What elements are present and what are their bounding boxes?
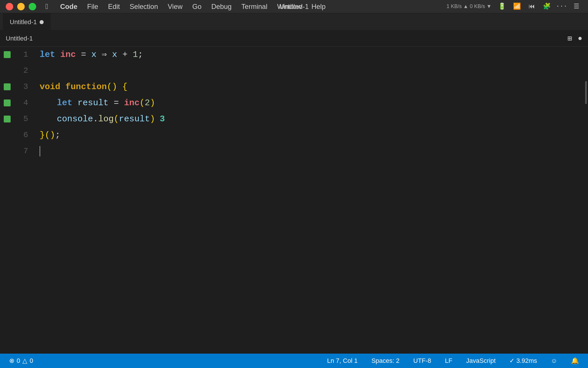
menu-view[interactable]: View	[163, 1, 187, 12]
status-right: Ln 7, Col 1 Spaces: 2 UTF-8 LF JavaScrip…	[325, 356, 581, 366]
menu-edit[interactable]: Edit	[103, 1, 124, 12]
more-icon[interactable]: ···	[557, 2, 566, 11]
result-arg: result	[119, 111, 150, 127]
warning-count: 0	[30, 357, 33, 365]
line-num-1: 1	[14, 47, 33, 63]
console-obj: console	[57, 111, 93, 127]
code-line-2	[40, 63, 582, 79]
list-icon[interactable]: ☰	[572, 2, 581, 11]
scrollbar-thumb[interactable]	[585, 81, 587, 104]
editor-dot-icon: ●	[578, 34, 582, 43]
battery-icon: 🔋	[497, 2, 506, 11]
cursor-position[interactable]: Ln 7, Col 1	[325, 356, 360, 366]
menu-selection[interactable]: Selection	[125, 1, 163, 12]
line-ending[interactable]: LF	[443, 356, 455, 366]
line-num-4: 4	[14, 95, 33, 111]
code-line-4: let result = inc ( 2 )	[40, 95, 582, 111]
titlebar-right: 1 KB/s ▲ 0 KB/s ▼ 🔋 📶 ⏮ 🧩 ··· ☰	[446, 2, 588, 11]
inline-debug-value: 3	[160, 111, 165, 127]
menu-help[interactable]: Help	[307, 1, 330, 12]
notification-icon[interactable]: 🔔	[569, 356, 581, 366]
code-content: let inc = x ⇒ x + 1 ; void function	[37, 47, 582, 354]
wifi-icon: 📶	[512, 2, 521, 11]
maximize-button[interactable]	[29, 3, 36, 10]
menu-code[interactable]: Code	[56, 1, 82, 12]
status-bar: ⊗ 0 △ 0 Ln 7, Col 1 Spaces: 2 UTF-8 LF J…	[0, 354, 588, 368]
minimize-button[interactable]	[17, 3, 25, 10]
keyword-void: void	[40, 79, 60, 95]
gutter-line-2	[0, 63, 14, 79]
debug-gutter	[0, 47, 14, 354]
breakpoint-1[interactable]	[4, 51, 11, 58]
cursor	[40, 146, 40, 156]
close-button[interactable]	[6, 3, 13, 10]
code-line-6: } () ;	[40, 127, 582, 143]
gutter-line-7	[0, 143, 14, 159]
breadcrumb: Untitled-1	[6, 35, 33, 42]
log-method: log	[98, 111, 114, 127]
header-icons: ⊞ ●	[568, 34, 582, 43]
code-line-7	[40, 143, 582, 159]
status-left: ⊗ 0 △ 0	[7, 356, 36, 366]
window-title: Untitled-1	[279, 3, 309, 11]
code-line-3: void function () {	[40, 79, 582, 95]
language-mode[interactable]: JavaScript	[464, 356, 498, 366]
scrollbar[interactable]	[582, 47, 588, 354]
menu-bar:  Code File Edit Selection View Go Debug…	[41, 1, 446, 12]
code-editor[interactable]: 1 2 3 4 5 6 7 let inc = x ⇒ x + 1	[0, 47, 588, 354]
error-icon: ⊗	[9, 357, 14, 365]
var-inc: inc	[60, 47, 76, 63]
menu-terminal[interactable]: Terminal	[237, 1, 272, 12]
error-count: 0	[17, 357, 20, 365]
tab-bar: Untitled-1	[0, 13, 588, 30]
tab-untitled[interactable]: Untitled-1	[3, 13, 51, 30]
line-num-2: 2	[14, 63, 33, 79]
airplay-icon[interactable]: ⏮	[527, 2, 536, 11]
errors-count[interactable]: ⊗ 0 △ 0	[7, 356, 36, 366]
emoji-icon[interactable]: ☺	[549, 356, 560, 366]
menu-go[interactable]: Go	[188, 1, 206, 12]
network-stats: 1 KB/s ▲ 0 KB/s ▼	[446, 3, 492, 10]
indentation[interactable]: Spaces: 2	[369, 356, 402, 366]
breakpoint-3[interactable]	[4, 83, 11, 90]
code-line-5: console . log ( result ) 3	[40, 111, 582, 127]
traffic-lights	[0, 3, 36, 10]
keyword-let-4: let	[57, 95, 72, 111]
param-x: x	[91, 47, 96, 63]
gutter-line-3	[0, 79, 14, 95]
var-result: result	[78, 95, 109, 111]
keyword-let-1: let	[40, 47, 55, 63]
warning-icon: △	[22, 357, 27, 365]
line-num-5: 5	[14, 111, 33, 127]
line-num-6: 6	[14, 127, 33, 143]
timing: ✓ 3.92ms	[507, 356, 539, 366]
split-editor-icon[interactable]: ⊞	[568, 34, 572, 43]
gutter-line-6	[0, 127, 14, 143]
tab-modified-dot	[40, 20, 44, 24]
gutter-line-4	[0, 95, 14, 111]
titlebar:  Code File Edit Selection View Go Debug…	[0, 0, 588, 13]
menu-file[interactable]: File	[83, 1, 103, 12]
breakpoint-4[interactable]	[4, 99, 11, 106]
editor-header: Untitled-1 ⊞ ●	[0, 30, 588, 47]
gutter-line-1	[0, 47, 14, 63]
keyword-function: function	[65, 79, 107, 95]
editor-container: Untitled-1 Untitled-1 ⊞ ●	[0, 13, 588, 354]
line-num-7: 7	[14, 143, 33, 159]
line-num-3: 3	[14, 79, 33, 95]
extensions-icon[interactable]: 🧩	[542, 2, 551, 11]
menu-debug[interactable]: Debug	[207, 1, 236, 12]
tab-label: Untitled-1	[10, 18, 37, 26]
breakpoint-5[interactable]	[4, 116, 11, 122]
code-line-1: let inc = x ⇒ x + 1 ;	[40, 47, 582, 63]
call-inc: inc	[124, 95, 140, 111]
gutter-line-5	[0, 111, 14, 127]
encoding[interactable]: UTF-8	[411, 356, 434, 366]
apple-menu[interactable]: 	[41, 1, 53, 12]
line-numbers: 1 2 3 4 5 6 7	[14, 47, 37, 354]
